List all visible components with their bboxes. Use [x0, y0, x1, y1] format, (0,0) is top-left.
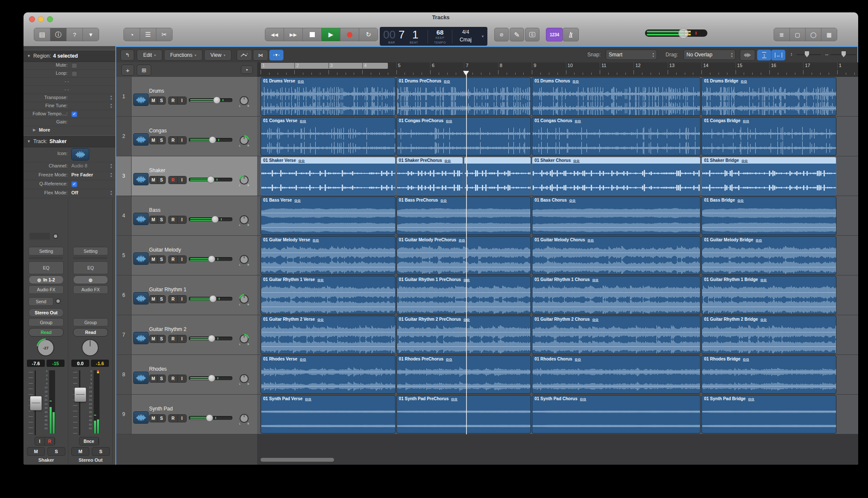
region[interactable]: 01 Shaker ChorusΩΩ	[532, 157, 701, 195]
track-param-checkbox[interactable]: ✓	[71, 181, 77, 187]
library-button[interactable]: ▤	[34, 28, 50, 41]
forward-button[interactable]: ▶▶	[284, 28, 303, 41]
horizontal-auto-zoom-button[interactable]: ↔	[771, 50, 786, 61]
track-volume-slider[interactable]	[189, 416, 232, 420]
functions-menu-button[interactable]: Functions▾	[164, 50, 202, 61]
track-record-button[interactable]: R	[169, 256, 178, 263]
media-browser-button[interactable]: ▦	[821, 28, 837, 41]
track-icon[interactable]	[133, 252, 149, 265]
region[interactable]: 01 Rhodes PreChorusΩΩ	[396, 355, 531, 394]
mixer-button[interactable]: ☰	[140, 28, 156, 41]
editors-button[interactable]: ✂	[156, 28, 172, 41]
track-icon-button[interactable]	[71, 148, 89, 161]
track-input-button[interactable]: I	[178, 137, 186, 144]
audio-fx-slot-button[interactable]: Audio FX	[29, 285, 64, 294]
inspector-button[interactable]: ⓘ	[50, 28, 67, 41]
stepper-icon[interactable]: ▴▾	[110, 163, 112, 169]
edit-menu-button[interactable]: Edit▾	[137, 50, 162, 61]
stepper-icon[interactable]: ▴▾	[110, 94, 112, 100]
more-row[interactable]: ▶More	[23, 126, 115, 135]
record-button[interactable]	[340, 28, 359, 41]
view-menu-button[interactable]: View▾	[204, 50, 232, 61]
master-volume-thumb[interactable]	[678, 28, 689, 38]
eq-slot-button[interactable]: EQ	[73, 261, 108, 274]
toolbar-button[interactable]: ▾	[83, 28, 99, 41]
track-pan-knob[interactable]: LR	[238, 293, 250, 305]
track-header-congas[interactable]: 2CongasMSRILR	[116, 117, 257, 156]
track-volume-slider[interactable]	[189, 98, 232, 102]
track-solo-button[interactable]: S	[158, 375, 165, 382]
track-header-guitar-rhythm-2[interactable]: 7Guitar Rhythm 2MSRILR	[116, 315, 257, 355]
region-area[interactable]: 01 Drums VerseΩΩ01 Drums PreChorusΩΩ01 D…	[257, 77, 858, 434]
region[interactable]: 01 Guitar Melody VerseΩΩ	[261, 236, 396, 275]
track-record-button[interactable]: R	[169, 216, 178, 223]
track-pan-knob[interactable]: LR	[238, 95, 250, 106]
pan-knob[interactable]	[80, 338, 100, 357]
input-slot-button[interactable]: ◎	[73, 275, 108, 284]
track-header-shaker[interactable]: 3ShakerMSRILR	[116, 156, 257, 196]
track-icon[interactable]	[133, 332, 149, 344]
solo-off-button[interactable]: ⊘	[494, 28, 509, 41]
audio-fx-slot-button[interactable]: Audio FX	[73, 285, 108, 294]
track-mute-button[interactable]: M	[150, 97, 158, 104]
track-input-button[interactable]: I	[178, 415, 186, 422]
track-input-button[interactable]: I	[178, 335, 186, 343]
track-header-guitar-rhythm-1[interactable]: 6Guitar Rhythm 1MSRILR	[116, 275, 257, 315]
metronome-button[interactable]	[563, 28, 579, 41]
region-panel-header[interactable]: ▼Region:4 selected	[23, 50, 115, 62]
strip-mute-button[interactable]: M	[27, 447, 45, 456]
duplicate-track-button[interactable]: ⊞	[137, 64, 151, 76]
track-input-button[interactable]: I	[178, 97, 186, 104]
region[interactable]: 01 Guitar Rhythm 1 BridgeΩΩ	[701, 276, 836, 314]
region[interactable]: 01 Bass VerseΩΩ	[261, 196, 396, 235]
send-slot-button[interactable]: Send	[29, 297, 53, 306]
track-mute-button[interactable]: M	[150, 375, 158, 382]
track-header-guitar-melody[interactable]: 5Guitar MelodyMSRILR	[116, 236, 257, 275]
track-record-button[interactable]: R	[169, 335, 178, 343]
replace-mode-button[interactable]: S	[525, 28, 540, 41]
track-volume-slider[interactable]	[189, 257, 232, 261]
region[interactable]: 01 Drums ChorusΩΩ	[532, 77, 701, 116]
automation-mode-button[interactable]: Read	[29, 328, 64, 337]
add-track-button[interactable]: +	[121, 64, 134, 76]
track-header-config-button[interactable]: ▾	[241, 65, 253, 74]
region[interactable]	[464, 157, 531, 195]
track-record-button[interactable]: R	[169, 375, 178, 382]
send-knob[interactable]	[54, 297, 62, 305]
loop-browser-button[interactable]: ◯	[806, 28, 821, 41]
region[interactable]: 01 Bass BridgeΩΩ	[701, 196, 836, 235]
region[interactable]: 01 Synth Pad PreChorusΩΩ	[396, 395, 531, 434]
flex-button[interactable]: ⋈	[253, 50, 268, 61]
track-input-button[interactable]: I	[178, 296, 186, 303]
pan-knob[interactable]: -27	[36, 338, 56, 357]
eq-slot-button[interactable]: EQ	[29, 261, 64, 274]
track-pan-knob[interactable]: LR	[238, 254, 250, 265]
track-icon[interactable]	[133, 94, 149, 106]
region[interactable]: 01 Rhodes ChorusΩΩ	[532, 355, 701, 394]
group-slot-button[interactable]: Group	[29, 318, 64, 326]
count-in-button[interactable]: 1234	[546, 28, 563, 41]
region[interactable]: 01 Guitar Rhythm 1 ChorusΩΩ	[532, 276, 701, 314]
region[interactable]: 01 Guitar Melody BridgeΩΩ	[701, 236, 836, 275]
strip-bounce-button[interactable]: Bnce	[79, 437, 99, 445]
list-editors-button[interactable]: ≣	[774, 28, 790, 41]
track-solo-button[interactable]: S	[158, 176, 165, 184]
strip-input-monitor-button[interactable]: I	[35, 437, 45, 445]
rewind-button[interactable]: ◀◀	[265, 28, 284, 41]
track-input-button[interactable]: I	[178, 256, 186, 263]
track-volume-thumb[interactable]	[213, 97, 220, 104]
input-slot-button[interactable]: ◎In 1-2	[29, 275, 64, 284]
track-header-drums[interactable]: 1DrumsMSRILR	[116, 77, 257, 117]
smart-controls-button[interactable]: ◔	[124, 28, 140, 41]
track-panel-header[interactable]: ▼Track:Shaker	[23, 135, 115, 147]
lcd-display[interactable]: 00 7 1 BAR BEAT 68 KEEP TEMPO 4/4 Cmaj ▾	[380, 27, 487, 46]
strip-mute-button[interactable]: M	[71, 447, 89, 456]
track-solo-button[interactable]: S	[158, 335, 165, 343]
master-volume-slider[interactable]	[645, 29, 707, 37]
region[interactable]: 01 Bass PreChorusΩΩ	[396, 196, 531, 235]
region[interactable]: 01 Drums BridgeΩΩ	[701, 77, 836, 116]
region-param-checkbox[interactable]	[71, 62, 77, 68]
output-slot-button[interactable]: Stereo Out	[29, 308, 64, 317]
region[interactable]: 01 Guitar Rhythm 2 ChorusΩΩ	[532, 316, 701, 354]
region[interactable]: 01 Shaker PreChorusΩΩ	[396, 157, 463, 195]
